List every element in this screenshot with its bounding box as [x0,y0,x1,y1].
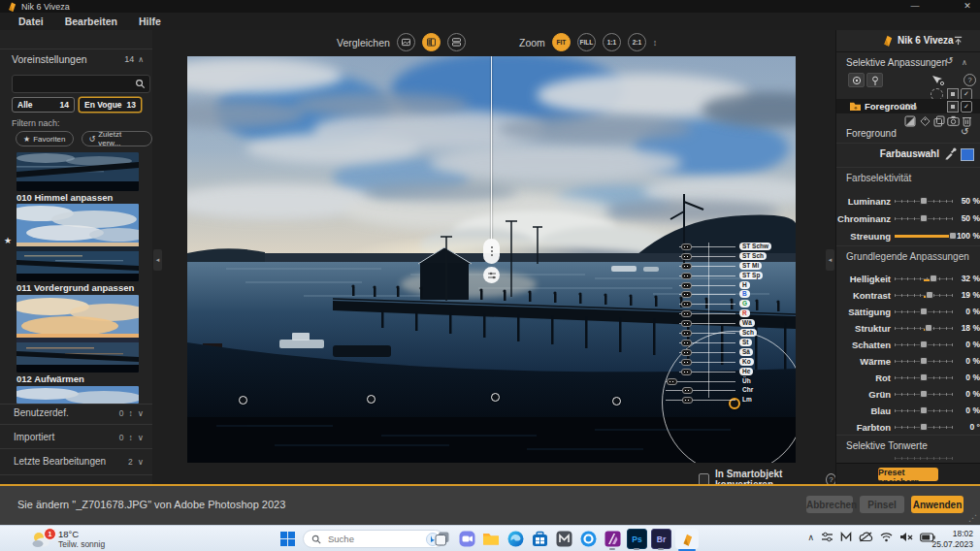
compare-sidebyside-button[interactable] [447,33,466,51]
slider-gruen[interactable]: Grün 0 % [836,388,980,400]
duplicate-group-icon[interactable] [933,115,945,127]
chevron-up-icon[interactable]: ∧ [138,55,144,64]
reset-icon[interactable]: ↺ [961,127,968,137]
slider-chrominanz[interactable]: Chrominanz 50 % [836,212,980,224]
eyedropper-icon[interactable] [944,147,957,160]
camera-icon[interactable] [947,115,960,126]
reset-icon[interactable]: ↺ [945,56,953,66]
zoom-1to1-button[interactable]: 1:1 [603,33,621,51]
affinity-photo-button[interactable] [603,529,622,548]
slider-knob[interactable] [920,390,928,398]
slider-track[interactable] [895,278,953,279]
zoom-2to1-button[interactable]: 2:1 [628,33,646,51]
section-letzte-bearbeitungen[interactable]: Letzte Bearbeitungen 2 ∨ [14,456,144,467]
store-button[interactable] [530,529,549,548]
edge-browser-button[interactable] [506,529,525,548]
slider-luminanz[interactable]: Luminanz 50 % [836,195,980,207]
control-point[interactable] [491,393,500,402]
slider-track[interactable] [895,295,953,296]
slider-knob[interactable] [920,406,928,414]
chevron-down-icon[interactable]: ∨ [138,408,144,418]
wifi-icon[interactable] [880,532,893,542]
add-control-line-button[interactable] [866,73,883,87]
help-icon[interactable]: ? [964,74,976,86]
slider-knob[interactable] [920,373,928,381]
taskbar-search[interactable] [303,530,444,548]
preset-search-input[interactable] [16,79,135,90]
preset-thumbnail[interactable] [16,386,139,404]
tray-onedrive-paused-icon[interactable] [859,532,873,542]
foreground-section-header[interactable]: Foreground [846,128,897,139]
slider-track[interactable] [895,427,953,428]
tag-icon[interactable] [920,115,931,127]
preset-label[interactable]: 011 Vordergrund anpassen [16,282,134,293]
preset-search-box[interactable] [12,75,150,93]
chevron-down-icon[interactable]: ∨ [138,457,144,467]
resize-grip-icon[interactable]: ⋰ [968,513,977,523]
photo-canvas[interactable]: ST Schw ST Sch ST Mi ST Sp H B G R Wä Sc… [187,56,796,463]
tray-expand-icon[interactable]: ∧ [807,533,814,542]
slider-knob[interactable] [920,423,928,431]
section-benutzerdef[interactable]: Benutzerdef. 0 ↕ ∨ [14,407,144,418]
sort-icon[interactable]: ↕ [129,433,133,442]
zoom-fit-button[interactable]: FIT [552,33,571,51]
start-button[interactable] [280,532,295,550]
file-explorer-button[interactable] [481,529,501,548]
control-group-row[interactable]: Foreground 20% ✓ [836,99,980,113]
preset-thumbnail[interactable] [16,295,139,373]
filter-pill-alle[interactable]: Alle 14 [12,97,75,113]
cancel-button[interactable]: Abbrechen [806,496,853,513]
star-icon[interactable]: ★ [4,236,12,245]
slider-blau[interactable]: Blau 0 % [836,405,980,416]
invert-mask-icon[interactable] [904,115,916,127]
slider-track[interactable] [895,201,953,202]
volume-muted-icon[interactable] [899,532,913,542]
slider-saettigung[interactable]: Sättigung 0 % [836,306,980,317]
slider-knob[interactable] [920,214,928,222]
collapse-rightpanel-button[interactable]: ◂ [826,249,834,271]
sort-icon[interactable]: ↕ [129,408,133,418]
slider-knob[interactable] [925,324,932,332]
group-enabled-checkbox[interactable]: ✓ [961,101,972,113]
collapse-sidebar-button[interactable]: ◂ [153,249,162,271]
chevron-down-icon[interactable]: ∨ [138,433,144,442]
slider-helligkeit[interactable]: Helligkeit 32 % [836,273,980,284]
slider-track[interactable] [895,377,953,378]
control-point-tool-icon[interactable] [931,75,944,85]
slider-knob[interactable] [920,340,928,348]
slider-schatten[interactable]: Schatten 0 % [836,339,980,350]
slider-knob[interactable] [930,275,937,282]
close-button[interactable]: ✕ [959,0,976,13]
task-view-button[interactable] [433,529,452,548]
menu-item-hilfe[interactable]: Hilfe [128,16,172,27]
bridge-button[interactable]: Br [651,529,670,548]
menu-item-datei[interactable]: Datei [8,16,54,27]
slider-knob[interactable] [926,291,933,299]
collapse-panel-icon[interactable] [953,36,964,46]
presets-header[interactable]: Voreinstellungen 14 ∧ [12,53,144,65]
slider-waerme[interactable]: Wärme 0 % [836,355,980,367]
chevron-up-icon[interactable]: ∧ [962,58,967,67]
control-line[interactable] [491,56,492,241]
control-line-handle[interactable] [483,267,500,283]
save-preset-button[interactable]: Preset speichern [878,468,938,481]
preset-thumbnail[interactable] [16,204,139,281]
slider-track[interactable] [895,361,953,362]
apply-button[interactable]: Anwenden [911,496,964,513]
preset-thumbnail[interactable] [16,152,139,191]
slider-knob[interactable] [920,357,928,365]
app-icon-m[interactable] [554,529,573,548]
preset-label[interactable]: 010 Himmel anpassen [16,192,113,203]
recent-filter-button[interactable]: ↺ Zuletzt verw... [82,131,152,146]
slider-rot[interactable]: Rot 0 % [836,372,980,383]
slider-track[interactable] [895,394,953,395]
minimize-button[interactable]: — [906,0,924,13]
control-point[interactable] [239,396,247,405]
zoom-fill-button[interactable]: FILL [577,33,596,51]
slider-farbton[interactable]: Farbton 0 ° [836,421,980,433]
filter-pill-envogue[interactable]: En Vogue 13 [79,97,142,113]
zoom-stepper[interactable]: ↕ [653,38,658,48]
favorites-filter-button[interactable]: ★ Favoriten [16,131,74,146]
section-importiert[interactable]: Importiert 0 ↕ ∨ [14,432,144,442]
mask-preview-toggle[interactable] [947,101,959,113]
